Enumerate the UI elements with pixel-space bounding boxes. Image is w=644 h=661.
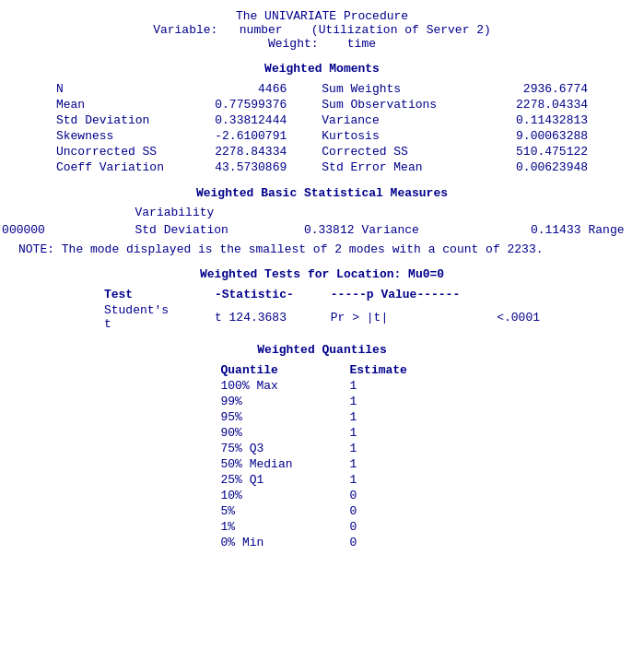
procedure-title: The UNIVARIATE Procedure xyxy=(18,9,626,23)
location-row: Mode0.000000 xyxy=(0,223,62,237)
table-row: 5%0 xyxy=(193,503,451,519)
variability-header: Variability xyxy=(135,206,645,219)
table-row: 95%1 xyxy=(193,409,451,425)
location-block: Location Mean0.775994Median1.000000Mode0… xyxy=(0,206,62,237)
moments-table: N4466Sum Weights2936.6774Mean0.77599376S… xyxy=(49,81,595,175)
basic-stat-section: Weighted Basic Statistical Measures Loca… xyxy=(18,186,626,256)
weight-label: Weight: xyxy=(268,37,319,51)
table-row: 99%1 xyxy=(193,394,451,409)
table-row: Mean0.77599376Sum Observations2278.04334 xyxy=(49,97,595,112)
table-row: 25% Q11 xyxy=(193,472,451,488)
variability-row: Std Deviation0.33812 xyxy=(135,223,355,237)
quantile-table: QuantileEstimate100% Max199%195%190%175%… xyxy=(193,362,451,550)
table-row: Coeff Variation43.5730869Std Error Mean0… xyxy=(49,159,595,175)
location-test-section: Weighted Tests for Location: Mu0=0 Test-… xyxy=(18,267,626,332)
weight-line: Weight: time xyxy=(18,37,626,51)
variability-row: Range1.00000 xyxy=(589,223,645,237)
table-row: Skewness-2.6100791Kurtosis9.00063288 xyxy=(49,128,595,144)
variable-name: number xyxy=(240,23,283,37)
variability-block: Variability Std Deviation0.33812Variance… xyxy=(135,206,645,237)
mode-note: NOTE: The mode displayed is the smallest… xyxy=(18,242,626,256)
table-row: Std Deviation0.33812444Variance0.1143281… xyxy=(49,112,595,128)
variable-label: Variable: xyxy=(153,23,217,37)
weighted-moments-title: Weighted Moments xyxy=(18,62,626,76)
table-row: Uncorrected SS2278.84334Corrected SS510.… xyxy=(49,144,595,159)
procedure-header: The UNIVARIATE Procedure Variable: numbe… xyxy=(18,9,626,51)
location-variability: Location Mean0.775994Median1.000000Mode0… xyxy=(18,206,626,237)
table-row: 10%0 xyxy=(193,488,451,503)
weighted-moments-section: Weighted Moments N4466Sum Weights2936.67… xyxy=(18,62,626,175)
variability-row: Variance0.11433 xyxy=(362,223,581,237)
test-header-row: Test-Statistic------p Value------ xyxy=(86,287,558,302)
table-row: N4466Sum Weights2936.6774 xyxy=(49,81,595,97)
table-row: 90%1 xyxy=(193,425,451,441)
location-test-title: Weighted Tests for Location: Mu0=0 xyxy=(18,267,626,281)
table-row: 1%0 xyxy=(193,519,451,535)
variable-line: Variable: number (Utilization of Server … xyxy=(18,23,626,37)
table-row: 0% Min0 xyxy=(193,535,451,550)
quantiles-title: Weighted Quantiles xyxy=(18,343,626,357)
table-row: Student's tt 124.3683Pr > |t|<.0001 xyxy=(86,302,558,332)
table-row: 50% Median1 xyxy=(193,456,451,472)
weight-name: time xyxy=(347,37,376,51)
basic-stat-title: Weighted Basic Statistical Measures xyxy=(18,186,626,200)
test-table: Test-Statistic------p Value------Student… xyxy=(86,287,558,332)
variable-desc: (Utilization of Server 2) xyxy=(311,23,491,37)
quantile-header-row: QuantileEstimate xyxy=(193,362,451,378)
location-header: Location xyxy=(0,206,62,219)
table-row: 75% Q31 xyxy=(193,441,451,456)
table-row: 100% Max1 xyxy=(193,378,451,394)
quantiles-section: Weighted Quantiles QuantileEstimate100% … xyxy=(18,343,626,550)
